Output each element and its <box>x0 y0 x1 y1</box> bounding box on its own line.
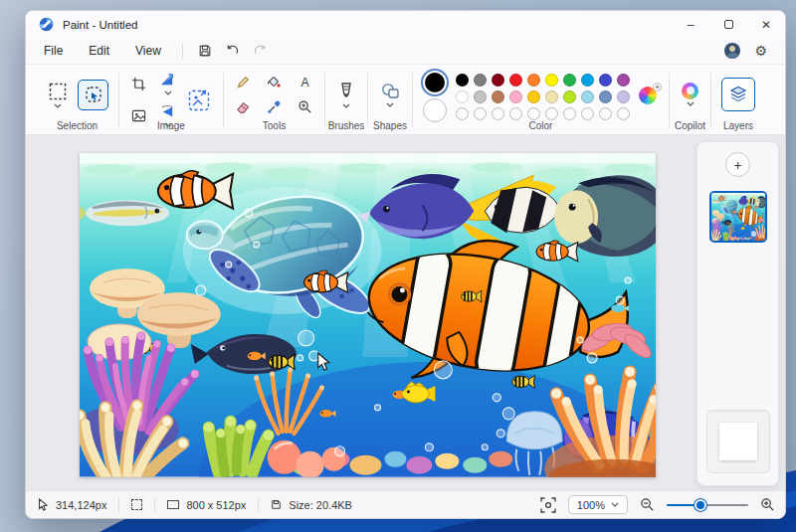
rect-select-button[interactable] <box>46 80 70 110</box>
magnifier-icon <box>298 99 312 114</box>
color-swatch[interactable] <box>599 90 612 103</box>
group-label: Image <box>119 120 223 131</box>
paint-window: Paint - Untitled – ✕ File Edit View ⚙ <box>25 10 786 519</box>
color-swatch[interactable] <box>509 90 522 103</box>
custom-color-slot[interactable] <box>581 107 594 120</box>
zoom-out-icon[interactable] <box>640 497 655 512</box>
account-avatar[interactable] <box>724 43 740 59</box>
menu-view[interactable]: View <box>123 41 173 61</box>
maximize-icon <box>724 20 733 29</box>
custom-color-slot[interactable] <box>492 107 504 120</box>
chevron-down-icon <box>687 101 695 106</box>
color-swatch[interactable] <box>563 90 576 103</box>
custom-color-slot[interactable] <box>545 107 558 120</box>
color-swatch[interactable] <box>492 74 504 87</box>
crop-button[interactable] <box>129 75 148 93</box>
redo-button[interactable] <box>248 41 274 61</box>
background-layer-item[interactable] <box>706 410 770 473</box>
fill-bucket-icon <box>267 75 282 89</box>
background-color-swatch[interactable] <box>423 98 447 122</box>
menu-edit[interactable]: Edit <box>77 41 121 61</box>
drawing-canvas[interactable] <box>80 153 656 477</box>
custom-color-slot[interactable] <box>509 107 522 120</box>
zoom-slider-thumb[interactable] <box>695 499 706 511</box>
color-swatch[interactable] <box>617 74 630 87</box>
custom-color-slot[interactable] <box>617 107 630 120</box>
edit-colors-button[interactable]: + <box>639 87 659 106</box>
color-swatch[interactable] <box>617 90 630 103</box>
group-label: Shapes <box>368 120 412 131</box>
fill-button[interactable] <box>265 73 284 91</box>
image-options-icon <box>187 89 211 112</box>
custom-color-slot[interactable] <box>599 107 612 120</box>
color-swatch[interactable] <box>509 74 522 87</box>
eyedropper-button[interactable] <box>265 97 284 116</box>
cursor-position-indicator: 314,124px <box>36 498 118 511</box>
free-select-button-active[interactable] <box>78 80 108 110</box>
fit-to-window-icon[interactable] <box>540 497 556 513</box>
zoom-level-dropdown[interactable]: 100% <box>568 495 628 514</box>
copilot-button[interactable] <box>680 81 700 108</box>
custom-color-slot[interactable] <box>474 107 487 120</box>
layer-thumbnail-selected[interactable] <box>709 191 767 243</box>
color-swatch[interactable] <box>474 90 487 103</box>
resize-button[interactable] <box>158 71 177 97</box>
paint-app-icon <box>39 17 54 32</box>
close-button[interactable]: ✕ <box>747 11 785 38</box>
chevron-down-icon <box>54 103 62 108</box>
zoom-level-text: 100% <box>577 499 605 511</box>
free-select-icon <box>84 85 103 104</box>
color-swatch[interactable] <box>527 90 540 103</box>
file-size-text: Size: 20.4KB <box>289 499 352 511</box>
foreground-color-swatch[interactable] <box>423 71 447 94</box>
color-swatch[interactable] <box>545 90 558 103</box>
shapes-button[interactable] <box>378 81 402 109</box>
settings-gear-icon[interactable]: ⚙ <box>754 44 767 58</box>
save-button[interactable] <box>192 41 218 61</box>
color-swatch[interactable] <box>492 90 504 103</box>
image-options-button[interactable] <box>185 87 213 114</box>
background-layer-thumbnail <box>719 423 757 460</box>
resize-icon <box>160 73 175 88</box>
eraser-button[interactable] <box>234 97 253 116</box>
custom-color-slot[interactable] <box>456 107 469 120</box>
menu-file[interactable]: File <box>32 41 75 61</box>
brushes-button[interactable] <box>335 80 357 110</box>
color-swatch[interactable] <box>599 74 612 87</box>
group-tools: A Tools <box>224 67 324 134</box>
palette-row-1 <box>456 74 630 87</box>
group-copilot: Copilot <box>670 67 710 134</box>
maximize-button[interactable] <box>709 11 747 38</box>
layers-button-active[interactable] <box>721 78 755 111</box>
ribbon-toolbar: Selection <box>26 64 785 135</box>
color-swatch[interactable] <box>581 74 594 87</box>
custom-color-slot[interactable] <box>563 107 576 120</box>
group-color: + Color <box>413 67 669 134</box>
text-tool-button[interactable]: A <box>296 73 314 91</box>
pencil-button[interactable] <box>234 73 253 91</box>
color-swatch[interactable] <box>581 90 594 103</box>
add-color-icon: + <box>653 83 662 91</box>
color-swatch[interactable] <box>527 74 540 87</box>
crop-icon <box>131 77 146 91</box>
minimize-button[interactable]: – <box>672 11 709 38</box>
color-swatch[interactable] <box>474 74 487 87</box>
magnifier-button[interactable] <box>296 97 314 116</box>
eraser-icon <box>236 99 251 114</box>
zoom-in-icon[interactable] <box>760 497 775 512</box>
color-swatch[interactable] <box>563 74 576 87</box>
zoom-slider[interactable] <box>667 498 748 512</box>
custom-color-slot[interactable] <box>527 107 540 120</box>
redo-icon <box>253 44 268 58</box>
flip-icon <box>160 104 175 119</box>
shapes-icon <box>380 83 400 100</box>
color-swatch[interactable] <box>456 90 469 103</box>
group-image: Image <box>119 67 223 134</box>
color-swatch[interactable] <box>456 74 469 87</box>
add-layer-button[interactable]: + <box>725 152 750 177</box>
color-swatch[interactable] <box>545 74 558 87</box>
undo-button[interactable] <box>220 41 246 61</box>
brush-icon <box>337 82 355 101</box>
group-brushes: Brushes <box>325 67 367 134</box>
canvas-size-icon <box>167 500 179 509</box>
